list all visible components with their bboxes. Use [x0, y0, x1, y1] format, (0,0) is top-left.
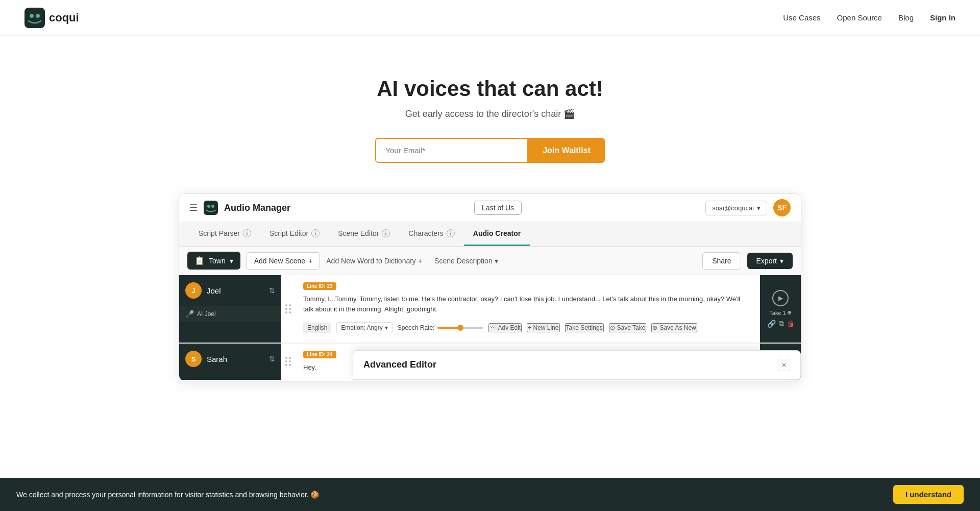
svg-point-2	[36, 14, 40, 18]
advanced-editor-close-button[interactable]: ×	[778, 359, 790, 371]
adv-edit-button[interactable]: 〰 Adv Edit	[488, 323, 522, 332]
user-avatar: SF	[773, 199, 791, 216]
speech-rate-control: Speech Rate:	[398, 324, 484, 331]
app-toolbar: 📋 Town ▾ Add New Scene + Add New Word to…	[179, 247, 801, 275]
take-play-button[interactable]: ▶	[772, 290, 789, 306]
navbar: coqui Use Cases Open Source Blog Sign In	[0, 0, 980, 36]
tab-info-icon: ℹ	[447, 229, 455, 237]
hero-subtitle: Get early access to the director's chair…	[405, 108, 575, 119]
char-sub-joel: 🎤 AI Joel	[179, 306, 281, 322]
advanced-editor-popup: Advanced Editor ×	[353, 350, 801, 380]
ai-icon: 🎤	[185, 310, 194, 318]
drag-handle	[281, 344, 295, 380]
nav-signin[interactable]: Sign In	[930, 13, 955, 22]
hero-title: AI voices that can act!	[377, 77, 603, 101]
take-delete-button[interactable]: 🗑	[787, 319, 794, 328]
new-line-button[interactable]: + New Line	[527, 323, 559, 332]
hamburger-icon[interactable]: ☰	[189, 202, 198, 213]
email-input[interactable]	[375, 138, 528, 163]
line-area-joel: Line ID: 23 Tommy, I...Tommy. Tommy, lis…	[295, 275, 760, 343]
tab-scene-editor[interactable]: Scene Editor ℹ	[329, 222, 399, 246]
svg-point-1	[30, 14, 34, 18]
tab-audio-creator[interactable]: Audio Creator	[464, 222, 530, 246]
save-take-button[interactable]: ⊙ Save Take	[609, 323, 647, 332]
share-button[interactable]: Share	[702, 252, 741, 270]
chevron-down-icon: ▾	[757, 204, 761, 212]
tab-script-parser[interactable]: Script Parser ℹ	[189, 222, 260, 246]
project-badge[interactable]: Last of Us	[474, 201, 522, 215]
logo-text: coqui	[49, 11, 79, 25]
advanced-editor-header: Advanced Editor ×	[363, 359, 790, 371]
svg-rect-3	[204, 201, 218, 215]
take-label: Take 1 ⊕	[769, 309, 791, 316]
chevron-icon: ▾	[495, 257, 498, 265]
take-actions: 🔗 ⧉ 🗑	[767, 319, 794, 328]
save-new-icon: ⊕	[652, 324, 657, 331]
avatar-joel: J	[185, 282, 202, 299]
char-main-joel: J Joel ⇅	[179, 275, 281, 306]
drag-handle	[281, 275, 295, 343]
line-text-joel[interactable]: Tommy, I...Tommy. Tommy, listen to me. H…	[303, 294, 752, 314]
take-panel-joel: ▶ Take 1 ⊕ 🔗 ⧉ 🗑	[760, 275, 801, 343]
take-settings-button[interactable]: Take Settings	[565, 323, 604, 332]
avatar-sarah: S	[185, 351, 202, 367]
language-badge[interactable]: English	[303, 323, 331, 333]
add-word-button[interactable]: Add New Word to Dictionary +	[326, 257, 422, 265]
app-tabs: Script Parser ℹ Script Editor ℹ Scene Ed…	[179, 222, 801, 247]
add-icon: +	[308, 257, 312, 265]
tab-characters[interactable]: Characters ℹ	[399, 222, 463, 246]
take-copy-button[interactable]: ⧉	[779, 319, 784, 328]
take-link-button[interactable]: 🔗	[767, 319, 776, 328]
scene-chevron-icon: ▾	[230, 257, 233, 265]
logo[interactable]: coqui	[24, 8, 79, 28]
svg-point-4	[207, 205, 210, 208]
hero-section: AI voices that can act! Get early access…	[0, 36, 980, 193]
advanced-editor-title: Advanced Editor	[363, 359, 436, 370]
char-main-sarah: S Sarah ⇅	[179, 344, 281, 374]
save-as-new-button[interactable]: ⊕ Save As New	[651, 323, 697, 332]
scene-icon: 📋	[194, 256, 205, 265]
app-header: ☰ Audio Manager Last of Us soai@coqui.ai…	[179, 194, 801, 222]
tab-info-icon: ℹ	[382, 229, 390, 237]
add-word-icon: +	[418, 257, 422, 265]
waveform-icon: 〰	[489, 324, 496, 331]
character-panel-sarah: S Sarah ⇅	[179, 344, 281, 380]
scene-description-button[interactable]: Scene Description ▾	[434, 257, 498, 265]
line-id-badge: Line ID: 23	[303, 282, 336, 290]
add-scene-button[interactable]: Add New Scene +	[247, 252, 321, 270]
tab-info-icon: ℹ	[311, 229, 320, 237]
nav-use-cases[interactable]: Use Cases	[783, 13, 820, 22]
app-window: ☰ Audio Manager Last of Us soai@coqui.ai…	[179, 193, 801, 381]
export-chevron-icon: ▾	[780, 257, 783, 265]
emotion-chevron-icon: ▾	[385, 324, 388, 331]
char-select-icon[interactable]: ⇅	[269, 286, 275, 295]
speech-rate-slider[interactable]	[437, 327, 483, 329]
line-controls-joel: English Emotion: Angry ▾ Speech Rate: 〰 …	[303, 318, 752, 335]
nav-open-source[interactable]: Open Source	[837, 13, 882, 22]
scene-selector-button[interactable]: 📋 Town ▾	[187, 252, 240, 270]
nav-blog[interactable]: Blog	[898, 13, 914, 22]
char-select-icon[interactable]: ⇅	[269, 355, 275, 363]
app-title: Audio Manager	[224, 203, 290, 213]
character-panel-joel: J Joel ⇅ 🎤 AI Joel	[179, 275, 281, 343]
hero-form: Join Waitlist	[375, 138, 605, 163]
tab-info-icon: ℹ	[243, 229, 251, 237]
user-dropdown[interactable]: soai@coqui.ai ▾	[705, 201, 767, 215]
svg-point-5	[211, 205, 214, 208]
char-name-joel: Joel	[207, 286, 221, 295]
nav-links: Use Cases Open Source Blog Sign In	[783, 13, 955, 22]
tab-script-editor[interactable]: Script Editor ℹ	[260, 222, 329, 246]
join-waitlist-button[interactable]: Join Waitlist	[528, 138, 605, 163]
export-button[interactable]: Export ▾	[747, 253, 793, 269]
char-name-sarah: Sarah	[207, 355, 227, 363]
user-email: soai@coqui.ai	[712, 204, 754, 212]
app-header-right: soai@coqui.ai ▾ SF	[705, 199, 791, 216]
emotion-control[interactable]: Emotion: Angry ▾	[336, 322, 392, 333]
take-stepper-icon[interactable]: ⊕	[787, 309, 792, 316]
app-header-left: ☰ Audio Manager	[189, 201, 290, 215]
save-icon: ⊙	[610, 324, 615, 331]
line-id-badge: Line ID: 24	[303, 351, 336, 358]
svg-rect-0	[24, 8, 45, 28]
table-row: J Joel ⇅ 🎤 AI Joel Line ID: 23 Tommy, I.…	[179, 275, 801, 343]
app-content: J Joel ⇅ 🎤 AI Joel Line ID: 23 Tommy, I.…	[179, 275, 801, 380]
